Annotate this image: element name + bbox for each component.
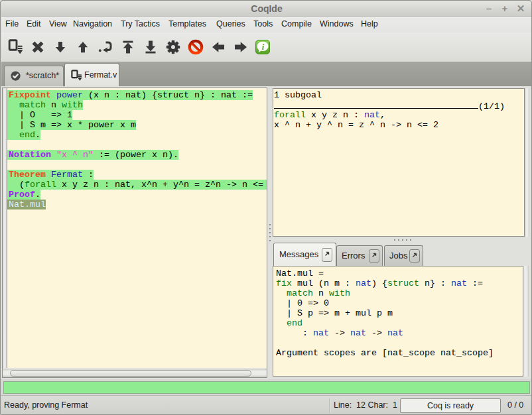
svg-text:i: i <box>262 42 265 52</box>
